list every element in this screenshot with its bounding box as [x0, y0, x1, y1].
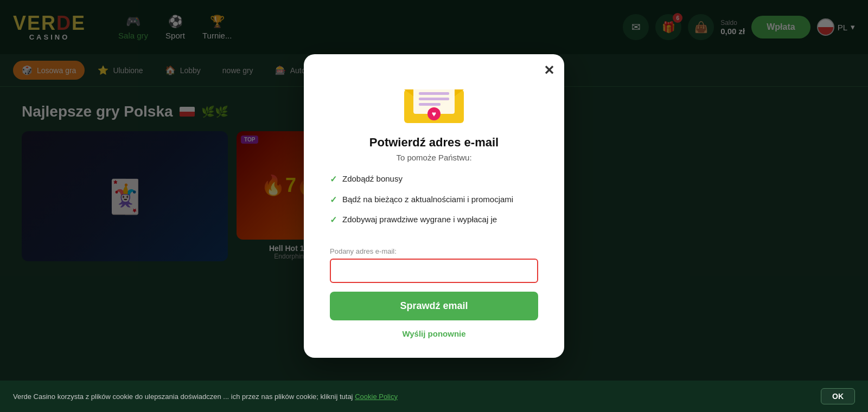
cookie-bar: Verde Casino korzysta z plików cookie do…: [0, 381, 868, 412]
envelope-svg: ♥: [401, 76, 467, 125]
check-icon-2: ✓: [330, 194, 337, 206]
cookie-ok-button[interactable]: OK: [821, 388, 855, 404]
benefit-text-2: Bądź na bieżąco z aktualnościami i promo…: [342, 194, 513, 205]
modal-title: Potwierdź adres e-mail: [369, 136, 499, 150]
modal-overlay: ✕ ♥ Potwierdź adres e-mail To pomoże Pań…: [0, 0, 868, 412]
svg-text:♥: ♥: [432, 110, 436, 118]
check-icon-3: ✓: [330, 214, 337, 226]
envelope-illustration: ♥: [401, 76, 467, 125]
cookie-text: Verde Casino korzysta z plików cookie do…: [13, 392, 398, 401]
modal-close-button[interactable]: ✕: [544, 64, 554, 77]
svg-rect-4: [419, 98, 449, 100]
benefit-item-3: ✓ Zdobywaj prawdziwe wygrane i wypłacaj …: [330, 214, 538, 226]
benefit-item-2: ✓ Bądź na bieżąco z aktualnościami i pro…: [330, 194, 538, 206]
benefit-item-1: ✓ Zdobądź bonusy: [330, 173, 538, 185]
resend-button[interactable]: Wyślij ponownie: [402, 329, 465, 338]
modal-subtitle: To pomoże Państwu:: [396, 153, 471, 162]
svg-rect-3: [419, 92, 449, 95]
cookie-policy-link[interactable]: Cookie Policy: [355, 392, 398, 401]
email-confirm-modal: ✕ ♥ Potwierdź adres e-mail To pomoże Pań…: [304, 54, 564, 357]
check-icon-1: ✓: [330, 173, 337, 185]
benefit-text-3: Zdobywaj prawdziwe wygrane i wypłacaj je: [342, 214, 497, 225]
check-email-button[interactable]: Sprawdź email: [330, 292, 538, 320]
email-input[interactable]: [330, 259, 538, 283]
benefit-text-1: Zdobądź bonusy: [342, 173, 403, 184]
svg-rect-5: [419, 103, 441, 106]
email-label: Podany adres e-mail:: [330, 247, 538, 255]
modal-benefits-list: ✓ Zdobądź bonusy ✓ Bądź na bieżąco z akt…: [330, 173, 538, 234]
